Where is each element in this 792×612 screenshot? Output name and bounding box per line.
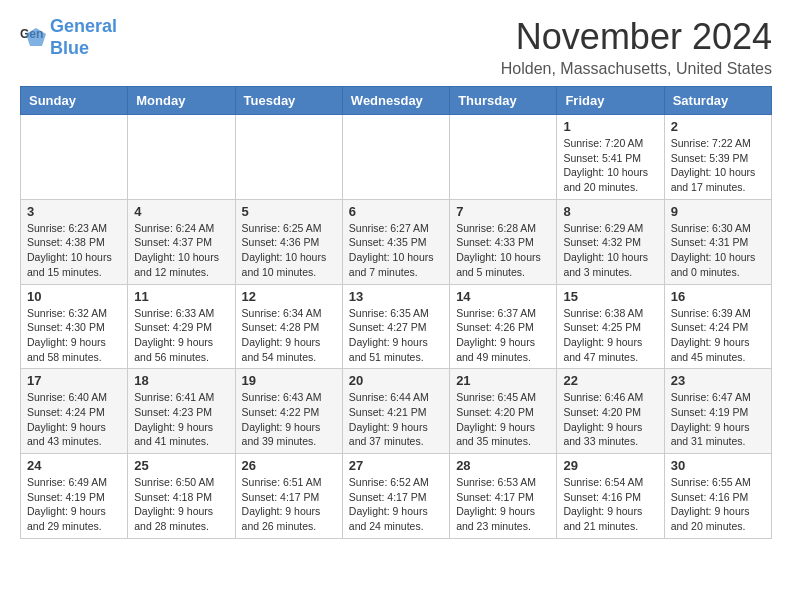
day-number: 18 (134, 373, 228, 388)
calendar-cell: 30Sunrise: 6:55 AM Sunset: 4:16 PM Dayli… (664, 454, 771, 539)
calendar-week-row: 17Sunrise: 6:40 AM Sunset: 4:24 PM Dayli… (21, 369, 772, 454)
calendar-cell (21, 115, 128, 200)
day-info: Sunrise: 6:49 AM Sunset: 4:19 PM Dayligh… (27, 475, 121, 534)
weekday-header-tuesday: Tuesday (235, 87, 342, 115)
weekday-header-monday: Monday (128, 87, 235, 115)
calendar-cell: 1Sunrise: 7:20 AM Sunset: 5:41 PM Daylig… (557, 115, 664, 200)
day-number: 15 (563, 289, 657, 304)
logo-line1: General (50, 16, 117, 36)
calendar-cell: 7Sunrise: 6:28 AM Sunset: 4:33 PM Daylig… (450, 199, 557, 284)
calendar-cell: 17Sunrise: 6:40 AM Sunset: 4:24 PM Dayli… (21, 369, 128, 454)
day-info: Sunrise: 6:55 AM Sunset: 4:16 PM Dayligh… (671, 475, 765, 534)
day-info: Sunrise: 6:50 AM Sunset: 4:18 PM Dayligh… (134, 475, 228, 534)
weekday-header-row: SundayMondayTuesdayWednesdayThursdayFrid… (21, 87, 772, 115)
weekday-header-friday: Friday (557, 87, 664, 115)
day-number: 22 (563, 373, 657, 388)
calendar-cell: 25Sunrise: 6:50 AM Sunset: 4:18 PM Dayli… (128, 454, 235, 539)
day-info: Sunrise: 6:30 AM Sunset: 4:31 PM Dayligh… (671, 221, 765, 280)
calendar-cell: 26Sunrise: 6:51 AM Sunset: 4:17 PM Dayli… (235, 454, 342, 539)
calendar-cell: 27Sunrise: 6:52 AM Sunset: 4:17 PM Dayli… (342, 454, 449, 539)
day-number: 26 (242, 458, 336, 473)
day-info: Sunrise: 6:29 AM Sunset: 4:32 PM Dayligh… (563, 221, 657, 280)
calendar-cell: 22Sunrise: 6:46 AM Sunset: 4:20 PM Dayli… (557, 369, 664, 454)
day-number: 29 (563, 458, 657, 473)
day-info: Sunrise: 6:35 AM Sunset: 4:27 PM Dayligh… (349, 306, 443, 365)
day-number: 28 (456, 458, 550, 473)
logo-text: General Blue (50, 16, 117, 59)
day-number: 8 (563, 204, 657, 219)
day-info: Sunrise: 6:41 AM Sunset: 4:23 PM Dayligh… (134, 390, 228, 449)
day-info: Sunrise: 6:39 AM Sunset: 4:24 PM Dayligh… (671, 306, 765, 365)
calendar-table: SundayMondayTuesdayWednesdayThursdayFrid… (20, 86, 772, 539)
day-number: 6 (349, 204, 443, 219)
weekday-header-saturday: Saturday (664, 87, 771, 115)
day-info: Sunrise: 6:32 AM Sunset: 4:30 PM Dayligh… (27, 306, 121, 365)
calendar-cell: 4Sunrise: 6:24 AM Sunset: 4:37 PM Daylig… (128, 199, 235, 284)
day-number: 23 (671, 373, 765, 388)
day-number: 11 (134, 289, 228, 304)
calendar-cell: 23Sunrise: 6:47 AM Sunset: 4:19 PM Dayli… (664, 369, 771, 454)
weekday-header-thursday: Thursday (450, 87, 557, 115)
day-number: 7 (456, 204, 550, 219)
day-info: Sunrise: 6:24 AM Sunset: 4:37 PM Dayligh… (134, 221, 228, 280)
logo-icon: Gen (20, 24, 48, 52)
calendar-cell: 2Sunrise: 7:22 AM Sunset: 5:39 PM Daylig… (664, 115, 771, 200)
calendar-cell: 13Sunrise: 6:35 AM Sunset: 4:27 PM Dayli… (342, 284, 449, 369)
day-info: Sunrise: 6:43 AM Sunset: 4:22 PM Dayligh… (242, 390, 336, 449)
day-number: 10 (27, 289, 121, 304)
calendar-cell: 12Sunrise: 6:34 AM Sunset: 4:28 PM Dayli… (235, 284, 342, 369)
calendar-cell: 28Sunrise: 6:53 AM Sunset: 4:17 PM Dayli… (450, 454, 557, 539)
day-number: 1 (563, 119, 657, 134)
calendar-body: 1Sunrise: 7:20 AM Sunset: 5:41 PM Daylig… (21, 115, 772, 539)
day-number: 16 (671, 289, 765, 304)
calendar-cell (128, 115, 235, 200)
calendar-cell: 3Sunrise: 6:23 AM Sunset: 4:38 PM Daylig… (21, 199, 128, 284)
day-number: 12 (242, 289, 336, 304)
calendar-cell: 15Sunrise: 6:38 AM Sunset: 4:25 PM Dayli… (557, 284, 664, 369)
calendar-cell: 5Sunrise: 6:25 AM Sunset: 4:36 PM Daylig… (235, 199, 342, 284)
calendar-cell: 10Sunrise: 6:32 AM Sunset: 4:30 PM Dayli… (21, 284, 128, 369)
calendar-week-row: 10Sunrise: 6:32 AM Sunset: 4:30 PM Dayli… (21, 284, 772, 369)
calendar-week-row: 1Sunrise: 7:20 AM Sunset: 5:41 PM Daylig… (21, 115, 772, 200)
day-number: 27 (349, 458, 443, 473)
day-number: 9 (671, 204, 765, 219)
day-info: Sunrise: 6:44 AM Sunset: 4:21 PM Dayligh… (349, 390, 443, 449)
calendar-cell: 9Sunrise: 6:30 AM Sunset: 4:31 PM Daylig… (664, 199, 771, 284)
logo: Gen General Blue (20, 16, 117, 59)
calendar-container: SundayMondayTuesdayWednesdayThursdayFrid… (0, 86, 792, 549)
day-info: Sunrise: 6:28 AM Sunset: 4:33 PM Dayligh… (456, 221, 550, 280)
day-number: 19 (242, 373, 336, 388)
day-info: Sunrise: 6:27 AM Sunset: 4:35 PM Dayligh… (349, 221, 443, 280)
calendar-cell (450, 115, 557, 200)
calendar-cell: 14Sunrise: 6:37 AM Sunset: 4:26 PM Dayli… (450, 284, 557, 369)
calendar-cell (342, 115, 449, 200)
day-number: 21 (456, 373, 550, 388)
page-header: Gen General Blue November 2024 Holden, M… (0, 0, 792, 86)
weekday-header-sunday: Sunday (21, 87, 128, 115)
calendar-cell (235, 115, 342, 200)
day-info: Sunrise: 6:34 AM Sunset: 4:28 PM Dayligh… (242, 306, 336, 365)
calendar-cell: 24Sunrise: 6:49 AM Sunset: 4:19 PM Dayli… (21, 454, 128, 539)
location: Holden, Massachusetts, United States (501, 60, 772, 78)
day-number: 13 (349, 289, 443, 304)
day-number: 4 (134, 204, 228, 219)
day-number: 17 (27, 373, 121, 388)
calendar-cell: 18Sunrise: 6:41 AM Sunset: 4:23 PM Dayli… (128, 369, 235, 454)
day-info: Sunrise: 6:38 AM Sunset: 4:25 PM Dayligh… (563, 306, 657, 365)
calendar-cell: 29Sunrise: 6:54 AM Sunset: 4:16 PM Dayli… (557, 454, 664, 539)
calendar-week-row: 3Sunrise: 6:23 AM Sunset: 4:38 PM Daylig… (21, 199, 772, 284)
calendar-cell: 11Sunrise: 6:33 AM Sunset: 4:29 PM Dayli… (128, 284, 235, 369)
day-info: Sunrise: 6:53 AM Sunset: 4:17 PM Dayligh… (456, 475, 550, 534)
weekday-header-wednesday: Wednesday (342, 87, 449, 115)
day-number: 25 (134, 458, 228, 473)
day-info: Sunrise: 6:51 AM Sunset: 4:17 PM Dayligh… (242, 475, 336, 534)
calendar-cell: 16Sunrise: 6:39 AM Sunset: 4:24 PM Dayli… (664, 284, 771, 369)
day-number: 20 (349, 373, 443, 388)
day-info: Sunrise: 6:47 AM Sunset: 4:19 PM Dayligh… (671, 390, 765, 449)
calendar-header: SundayMondayTuesdayWednesdayThursdayFrid… (21, 87, 772, 115)
title-block: November 2024 Holden, Massachusetts, Uni… (501, 16, 772, 78)
day-info: Sunrise: 6:45 AM Sunset: 4:20 PM Dayligh… (456, 390, 550, 449)
day-info: Sunrise: 7:22 AM Sunset: 5:39 PM Dayligh… (671, 136, 765, 195)
day-number: 30 (671, 458, 765, 473)
day-info: Sunrise: 6:40 AM Sunset: 4:24 PM Dayligh… (27, 390, 121, 449)
